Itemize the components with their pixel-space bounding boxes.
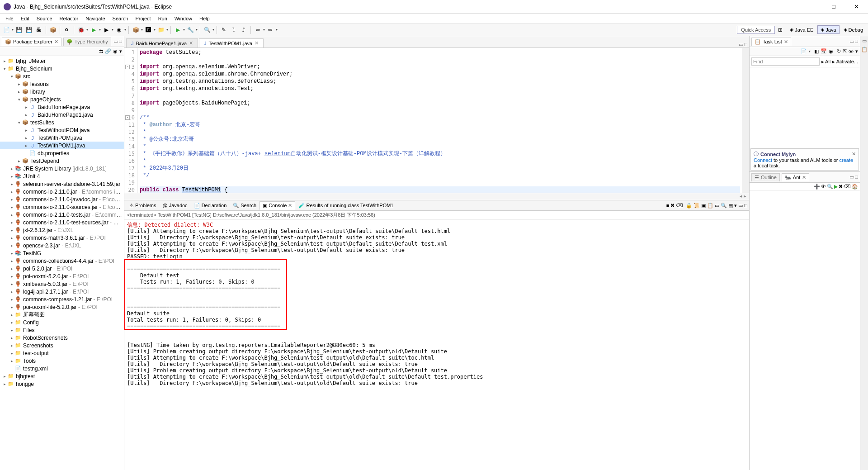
tree-item[interactable]: ▸🏺opencsv-2.3.jar - E:\JXL [0,242,124,249]
tree-toggle[interactable]: ▸ [16,82,22,86]
run-button[interactable]: ▶ [89,25,98,34]
hide-button[interactable]: 👁 [849,49,854,54]
all-dropdown[interactable]: ▸ All [821,59,831,65]
outline-tab[interactable]: ☰ Outline [751,173,780,181]
new-task-button[interactable]: 📄 [801,48,807,54]
maximize-view-button[interactable]: □ [119,38,122,44]
console-toolbar-button-10[interactable]: ▤ [728,203,733,209]
menu-edit[interactable]: Edit [17,15,33,22]
tree-item[interactable]: 📄testng.xml [0,365,124,372]
tree-toggle[interactable]: ▸ [9,343,14,348]
view-tab-declaration[interactable]: 📄 Declaration [191,201,230,210]
tree-toggle[interactable]: ▸ [24,113,29,117]
console-toolbar-button-13[interactable]: □ [744,203,747,209]
tree-toggle[interactable]: ▸ [2,374,7,379]
new-button[interactable]: 📄 [2,25,11,34]
sync-button[interactable]: ↻ [837,48,841,54]
maximize-button[interactable]: □ [826,0,842,13]
tree-toggle[interactable]: ▸ [9,243,14,248]
tree-item[interactable]: ▸🏺commons-io-2.11.0-sources.jar - E:\com… [0,203,124,211]
tree-item[interactable]: ▾📦src [0,72,124,80]
view-tab-problems[interactable]: ⚠ Problems [126,201,159,210]
console-toolbar-button-1[interactable]: ✖ [670,203,675,209]
tree-item[interactable]: ▸📁Screenshots [0,342,124,349]
close-icon[interactable]: ✕ [288,203,292,209]
minimize-button[interactable]: — [803,0,819,13]
console-toolbar-button-0[interactable]: ■ [666,203,670,209]
console-toolbar-button-9[interactable]: 🔍 [721,203,727,209]
tree-toggle[interactable]: ▸ [9,228,14,233]
tree-toggle[interactable]: ▸ [9,359,14,363]
tree-toggle[interactable]: ▸ [9,190,14,194]
console-toolbar-button-2[interactable]: ⌫ [676,203,683,209]
tree-toggle[interactable]: ▸ [9,282,14,286]
type-hierarchy-tab[interactable]: 🌳 Type Hierarchy [63,38,111,46]
categorize-button[interactable]: ◧ [814,48,819,54]
tree-item[interactable]: ▸📦TestDepend [0,157,124,165]
close-tab-button[interactable]: ✕ [255,40,259,46]
menu-navigate[interactable]: Navigate [82,15,108,22]
tree-toggle[interactable]: ▸ [9,297,14,302]
run-target-button[interactable]: ▶ [834,184,838,190]
view-tab-results[interactable]: 🧪 Results of running class TestWithPOM1 [295,201,396,210]
console-toolbar-button-7[interactable]: 📋 [707,203,713,209]
add-build-button[interactable]: ➕ [814,184,820,190]
tree-item[interactable]: ▸🏺jxl-2.6.12.jar - E:\JXL [0,226,124,234]
run-last-button[interactable]: ▶ [102,25,111,34]
tree-toggle[interactable]: ▸ [9,320,14,325]
view-tab-console[interactable]: ▣ Console ✕ [259,201,295,210]
minimize-editor-button[interactable]: ▭ [739,42,743,47]
tree-item[interactable]: ▾📦testSuites [0,119,124,126]
tree-toggle[interactable]: ▸ [16,159,22,163]
tree-toggle[interactable]: ▾ [2,66,7,71]
open-type-button[interactable]: 📦 [48,25,57,34]
back-button[interactable]: ⇦ [253,25,262,34]
editor-scrollbar[interactable] [742,48,749,193]
tree-item[interactable]: 📄db.properties [0,149,124,157]
console-output[interactable]: 信息: Detected dialect: W3C[Utils] Attempt… [124,220,749,470]
close-button[interactable]: ✕ [848,0,864,13]
tree-item[interactable]: ▸JTestWithoutPOM.java [0,126,124,134]
tree-toggle[interactable]: ▸ [24,105,29,109]
tree-toggle[interactable]: ▾ [16,97,22,102]
tree-item[interactable]: ▸🏺commons-io-2.11.0-javadoc.jar - E:\com… [0,195,124,203]
perspective-debug[interactable]: ◈ Debug [840,25,866,34]
tree-toggle[interactable]: ▸ [9,174,14,179]
collapse-button[interactable]: ⇱ [843,48,847,54]
tree-item[interactable]: ▸📁Config [0,318,124,326]
home-button[interactable]: 🏠 [852,184,858,190]
close-icon[interactable]: ✕ [784,39,788,45]
minimize-view-button[interactable]: ▭ [849,38,854,44]
tree-toggle[interactable]: ▸ [9,305,14,309]
menu-help[interactable]: Help [196,15,213,22]
new-package-button[interactable]: 📦 [131,25,140,34]
perspective-java-ee[interactable]: ◈ Java EE [787,25,816,34]
menu-search[interactable]: Search [109,15,132,22]
menu-refactor[interactable]: Refactor [56,15,82,22]
hide-internal-button[interactable]: 👁 [821,184,826,190]
tree-toggle[interactable]: ▸ [9,328,14,332]
tree-item[interactable]: ▾📁Bjhg_Selenium [0,65,124,72]
close-icon[interactable]: ✕ [54,39,58,45]
tree-toggle[interactable]: ▸ [9,313,14,317]
tree-item[interactable]: ▸📁test-output [0,349,124,357]
external-run-button[interactable]: ▶ [173,25,182,34]
search-ant-button[interactable]: 🔍 [827,184,833,190]
close-icon[interactable]: ✕ [802,175,806,180]
skip-breakpoints-button[interactable]: ⭘ [62,25,71,34]
tree-toggle[interactable]: ▸ [9,290,14,294]
tree-item[interactable]: ▸🏺commons-io-2.11.0.jar - E:\commons-io-… [0,188,124,195]
print-button[interactable]: 🖶 [34,25,43,34]
new-class-button[interactable]: 🅲 [144,25,153,34]
tree-toggle[interactable]: ▸ [9,336,14,340]
focus-task-button[interactable]: ◉ [113,48,118,54]
tree-toggle[interactable]: ▸ [16,90,22,94]
menu-source[interactable]: Source [33,15,56,22]
editor-tab[interactable]: J TestWithPOM1.java ✕ [199,38,264,47]
maximize-editor-button[interactable]: □ [744,42,747,47]
find-input[interactable] [751,57,820,66]
connect-link[interactable]: Connect [754,157,772,163]
tree-item[interactable]: ▸JBaiduHomePage.java [0,103,124,111]
tree-item[interactable]: ▸🏺commons-io-2.11.0-tests.jar - E:\commo… [0,211,124,218]
tree-item[interactable]: ▸JTestWithPOM.java [0,134,124,142]
